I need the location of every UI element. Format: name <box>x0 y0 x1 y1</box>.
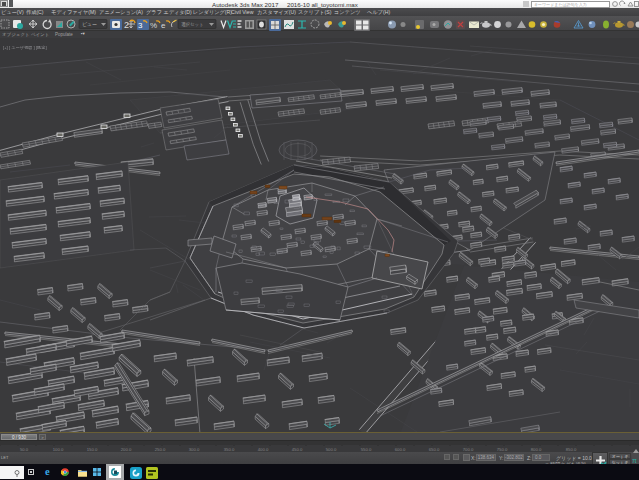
svg-text:2: 2 <box>124 20 129 30</box>
svg-text:[+] [ ユーザ視図 ] [既定]: [+] [ ユーザ視図 ] [既定] <box>3 45 47 50</box>
svg-text:3: 3 <box>138 21 143 30</box>
svg-text:e: e <box>161 21 166 30</box>
svg-text:%: % <box>150 21 157 30</box>
svg-text:選択セット: 選択セット <box>181 21 204 27</box>
svg-text:ビュー: ビュー <box>82 21 97 27</box>
